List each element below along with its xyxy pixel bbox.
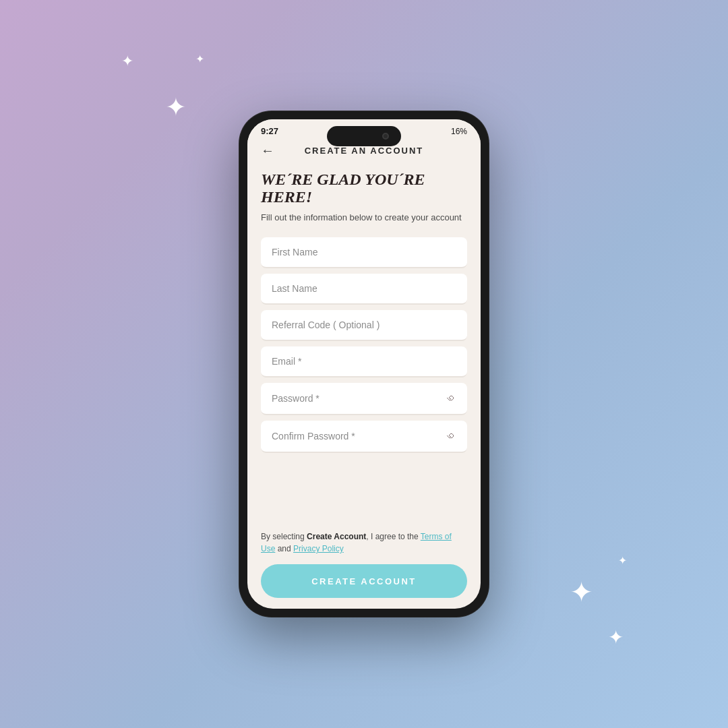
password-field[interactable]: Password * ꩜ [261,383,467,415]
status-bar: 9:27 16% [247,119,481,139]
phone-frame: 9:27 16% ← CREATE AN ACCOUNT WE´RE GLAD … [239,111,489,617]
dynamic-island [327,126,401,146]
email-field[interactable]: Email * [261,346,467,377]
legal-bold: Create Account [307,532,366,541]
welcome-title: WE´RE GLAD YOU´RE HERE! [261,171,467,206]
status-time: 9:27 [261,126,278,136]
legal-text: By selecting Create Account, I agree to … [247,522,481,562]
welcome-subtitle: Fill out the information below to create… [261,212,467,224]
sparkle-icon-3: ✦ [195,54,204,65]
form-section: First Name Last Name Referral Code ( Opt… [247,232,481,522]
password-placeholder: Password * [272,393,320,404]
legal-and: and [275,544,293,553]
first-name-field[interactable]: First Name [261,237,467,268]
referral-code-field[interactable]: Referral Code ( Optional ) [261,310,467,341]
sparkle-icon-1: ✦ [121,54,133,69]
confirm-password-placeholder: Confirm Password * [272,431,355,442]
email-placeholder: Email * [272,356,301,367]
camera-dot [382,133,389,140]
header-section: WE´RE GLAD YOU´RE HERE! Fill out the inf… [247,160,481,232]
create-account-label: CREATE ACCOUNT [311,576,417,586]
referral-placeholder: Referral Code ( Optional ) [272,320,380,330]
scene-container: 9:27 16% ← CREATE AN ACCOUNT WE´RE GLAD … [239,111,489,617]
sparkle-icon-2: ✦ [165,94,187,120]
sparkle-icon-5: ✦ [608,628,624,647]
back-button[interactable]: ← [261,143,274,158]
page-title: CREATE AN ACCOUNT [305,146,424,156]
legal-middle: , I agree to the [366,532,421,541]
phone-screen: 9:27 16% ← CREATE AN ACCOUNT WE´RE GLAD … [247,119,481,609]
password-toggle-icon[interactable]: ꩜ [446,392,456,404]
create-account-button[interactable]: CREATE ACCOUNT [261,564,467,598]
last-name-placeholder: Last Name [272,283,317,294]
last-name-field[interactable]: Last Name [261,274,467,305]
battery-indicator: 16% [451,127,467,136]
sparkle-icon-6: ✦ [618,555,627,566]
sparkle-icon-4: ✦ [570,578,593,607]
privacy-link[interactable]: Privacy Policy [293,544,344,553]
confirm-password-field[interactable]: Confirm Password * ꩜ [261,421,467,453]
legal-prefix: By selecting [261,532,307,541]
confirm-password-toggle-icon[interactable]: ꩜ [446,430,456,442]
first-name-placeholder: First Name [272,247,317,257]
